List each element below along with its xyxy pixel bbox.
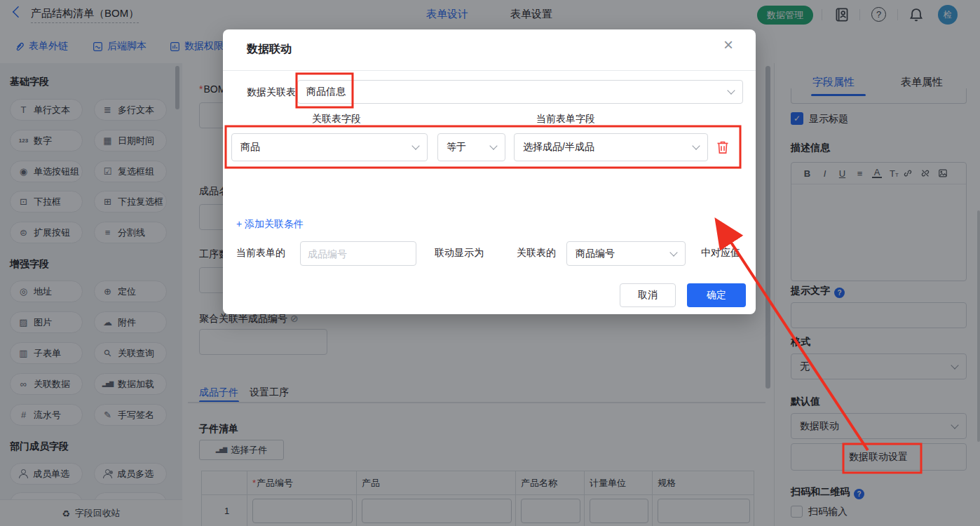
chevron-down-icon <box>411 142 419 149</box>
relation-field-select[interactable]: 商品编号 <box>566 241 686 266</box>
chevron-down-icon <box>727 86 735 94</box>
chevron-down-icon <box>489 142 497 149</box>
chevron-down-icon <box>692 142 700 149</box>
column-header-relation-field: 关联表字段 <box>312 113 361 126</box>
relation-of-label: 关联表的 <box>517 247 556 259</box>
relation-table-select[interactable]: 商品信息 <box>297 80 743 104</box>
chevron-down-icon <box>669 248 677 256</box>
current-field-input[interactable] <box>300 241 416 266</box>
confirm-button[interactable]: 确定 <box>687 283 746 307</box>
delete-condition-icon[interactable] <box>716 140 730 155</box>
modal-divider <box>223 70 756 71</box>
add-condition-link[interactable]: + 添加关联条件 <box>236 218 304 231</box>
column-header-current-field: 当前表单字段 <box>536 113 595 126</box>
condition-target-select[interactable]: 选择成品/半成品 <box>514 133 708 161</box>
corresponding-value-label: 中对应值 <box>701 247 740 259</box>
close-icon[interactable]: × <box>723 36 733 53</box>
condition-operator-select[interactable]: 等于 <box>437 133 505 161</box>
relation-table-label: 数据关联表 <box>247 86 296 99</box>
app-root: 产品结构清单（BOM） 表单设计 表单设置 数据管理 ? 检 <box>0 0 980 526</box>
linkage-display-label: 联动显示为 <box>435 247 484 259</box>
condition-field-select[interactable]: 商品 <box>231 133 428 161</box>
cancel-button[interactable]: 取消 <box>620 283 676 307</box>
modal-title: 数据联动 <box>247 42 292 57</box>
current-form-label: 当前表单的 <box>236 247 285 259</box>
data-linkage-modal: 数据联动 × 数据关联表 商品信息 关联表字段 当前表单字段 商品 等于 选择成… <box>223 29 756 314</box>
